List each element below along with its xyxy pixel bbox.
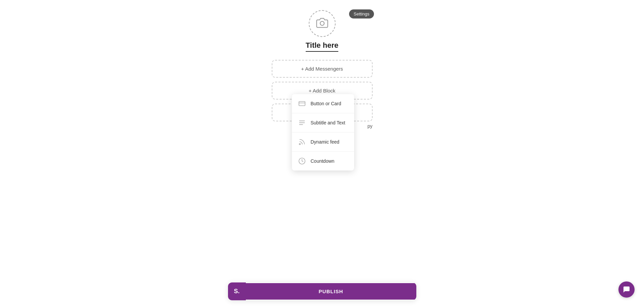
- dropdown-item-countdown[interactable]: Countdown: [292, 152, 354, 170]
- camera-icon: [316, 17, 328, 30]
- publish-badge: S.: [228, 282, 246, 300]
- dropdown-item-label: Countdown: [311, 158, 335, 164]
- avatar-upload[interactable]: [309, 10, 336, 37]
- chat-icon: [622, 285, 631, 294]
- svg-point-6: [299, 144, 300, 145]
- dropdown-item-label: Button or Card: [311, 101, 341, 106]
- card-icon: [297, 99, 307, 108]
- dropdown-item-button-or-card[interactable]: Button or Card: [292, 94, 354, 113]
- dropdown-item-label: Subtitle and Text: [311, 120, 345, 125]
- dropdown-item-label: Dynamic feed: [311, 139, 340, 145]
- svg-point-0: [320, 22, 324, 26]
- text-icon: [297, 118, 307, 127]
- clock-icon: [297, 156, 307, 166]
- dropdown-item-subtitle-text[interactable]: Subtitle and Text: [292, 113, 354, 132]
- feed-icon: [297, 137, 307, 147]
- main-canvas: Settings Title here + Add Messengers + A…: [0, 0, 644, 307]
- add-messengers-button[interactable]: + Add Messengers: [272, 60, 373, 78]
- publish-bar: S. PUBLISH: [228, 282, 416, 300]
- dropdown-item-dynamic-feed[interactable]: Dynamic feed: [292, 132, 354, 152]
- publish-button[interactable]: PUBLISH: [246, 283, 416, 300]
- settings-button[interactable]: Settings: [349, 9, 374, 18]
- svg-rect-1: [299, 102, 305, 106]
- page-title: Title here: [306, 41, 338, 52]
- chat-support-button[interactable]: [618, 281, 635, 298]
- add-block-dropdown: Button or Card Subtitle and Text: [292, 94, 354, 170]
